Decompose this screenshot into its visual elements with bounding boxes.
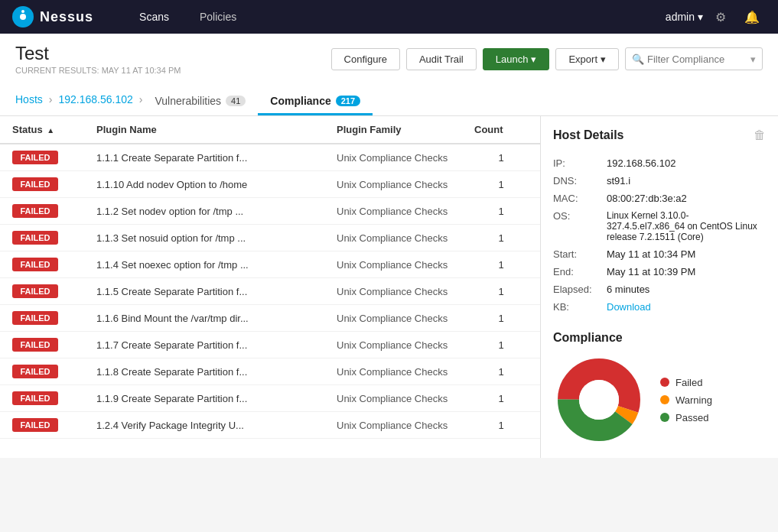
col-plugin-name[interactable]: Plugin Name <box>96 124 337 135</box>
status-badge: FAILED <box>12 391 58 405</box>
nav-links: Scans Policies <box>124 0 666 34</box>
row-count: 1 <box>474 259 528 271</box>
status-badge: FAILED <box>12 204 58 218</box>
compliance-table: Status ▲ Plugin Name Plugin Family Count… <box>0 116 541 458</box>
table-row[interactable]: FAILED 1.1.9 Create Separate Partition f… <box>0 385 540 412</box>
chart-legend: Failed Warning Passed <box>660 377 712 423</box>
row-plugin-name: 1.1.7 Create Separate Partition f... <box>96 339 337 351</box>
row-plugin-name: 1.1.10 Add nodev Option to /home <box>96 179 337 190</box>
legend-passed-dot <box>660 413 669 422</box>
filter-compliance-search[interactable]: 🔍 ▾ <box>625 47 763 70</box>
row-count: 1 <box>474 366 528 378</box>
audit-trail-button[interactable]: Audit Trail <box>406 48 477 70</box>
detail-row-os: OS: Linux Kernel 3.10.0-327.4.5.el7.x86_… <box>553 207 766 245</box>
row-plugin-family: Unix Compliance Checks <box>337 393 474 404</box>
row-count: 1 <box>474 286 528 297</box>
chart-area: Failed Warning Passed <box>553 354 766 446</box>
status-badge: FAILED <box>12 338 58 352</box>
row-plugin-name: 1.1.4 Set noexec option for /tmp ... <box>96 259 337 271</box>
svg-point-2 <box>21 10 24 13</box>
table-row[interactable]: FAILED 1.1.3 Set nosuid option for /tmp … <box>0 225 540 251</box>
tab-vulnerabilities[interactable]: Vulnerabilities 41 <box>142 89 258 115</box>
row-status: FAILED <box>12 418 96 432</box>
configure-button[interactable]: Configure <box>331 48 400 70</box>
row-plugin-family: Unix Compliance Checks <box>337 339 474 351</box>
detail-row-elapsed: Elapsed: 6 minutes <box>553 281 766 298</box>
row-count: 1 <box>474 152 528 164</box>
table-row[interactable]: FAILED 1.1.5 Create Separate Partition f… <box>0 278 540 305</box>
donut-chart <box>553 354 645 446</box>
detail-row-start: Start: May 11 at 10:34 PM <box>553 245 766 263</box>
row-plugin-name: 1.1.9 Create Separate Partition f... <box>96 393 337 404</box>
delete-icon[interactable]: 🗑 <box>754 128 766 142</box>
row-count: 1 <box>474 232 528 244</box>
table-row[interactable]: FAILED 1.1.10 Add nodev Option to /home … <box>0 171 540 198</box>
side-panel: Host Details 🗑 IP: 192.168.56.102 DNS: s… <box>541 116 778 458</box>
table-row[interactable]: FAILED 1.1.7 Create Separate Partition f… <box>0 332 540 358</box>
table-row[interactable]: FAILED 1.1.2 Set nodev option for /tmp .… <box>0 198 540 225</box>
nav-right: admin ▾ ⚙ 🔔 <box>666 7 766 28</box>
legend-failed: Failed <box>660 377 712 388</box>
row-status: FAILED <box>12 204 96 218</box>
legend-warning: Warning <box>660 394 712 406</box>
side-panel-header: Host Details 🗑 <box>553 128 766 142</box>
search-icon: 🔍 <box>632 54 644 65</box>
row-plugin-name: 1.1.6 Bind Mount the /var/tmp dir... <box>96 313 337 324</box>
nav-user[interactable]: admin ▾ <box>666 11 703 23</box>
row-status: FAILED <box>12 284 96 298</box>
status-badge: FAILED <box>12 311 58 325</box>
row-plugin-family: Unix Compliance Checks <box>337 152 474 164</box>
page-subtitle: CURRENT RESULTS: MAY 11 AT 10:34 PM <box>15 66 181 75</box>
svg-point-7 <box>579 380 619 420</box>
status-badge: FAILED <box>12 231 58 245</box>
row-plugin-family: Unix Compliance Checks <box>337 206 474 217</box>
export-chevron-icon: ▾ <box>601 54 606 65</box>
row-count: 1 <box>474 339 528 351</box>
row-count: 1 <box>474 393 528 404</box>
detail-row-dns: DNS: st91.i <box>553 172 766 190</box>
detail-row-ip: IP: 192.168.56.102 <box>553 154 766 172</box>
status-badge: FAILED <box>12 151 58 164</box>
row-plugin-name: 1.1.2 Set nodev option for /tmp ... <box>96 206 337 217</box>
logo: Nessus <box>12 6 93 28</box>
svg-point-1 <box>20 14 26 20</box>
settings-icon[interactable]: ⚙ <box>709 7 732 28</box>
nav-scans[interactable]: Scans <box>124 0 184 34</box>
row-plugin-name: 1.1.5 Create Separate Partition f... <box>96 286 337 297</box>
page-header-top: Test CURRENT RESULTS: MAY 11 AT 10:34 PM… <box>15 43 763 75</box>
filter-dropdown-icon[interactable]: ▾ <box>750 54 756 65</box>
table-row[interactable]: FAILED 1.1.8 Create Separate Partition f… <box>0 358 540 385</box>
table-row[interactable]: FAILED 1.1.1 Create Separate Partition f… <box>0 144 540 171</box>
breadcrumb-host-ip[interactable]: 192.168.56.102 <box>58 93 132 105</box>
table-row[interactable]: FAILED 1.1.4 Set noexec option for /tmp … <box>0 251 540 278</box>
export-button[interactable]: Export ▾ <box>555 48 619 70</box>
col-plugin-family[interactable]: Plugin Family <box>337 124 474 135</box>
chevron-down-icon: ▾ <box>698 11 703 23</box>
page-title: Test <box>15 43 181 64</box>
col-status[interactable]: Status ▲ <box>12 124 96 135</box>
legend-failed-dot <box>660 378 669 387</box>
row-count: 1 <box>474 206 528 217</box>
header-actions: Configure Audit Trail Launch ▾ Export ▾ … <box>331 47 763 70</box>
status-badge: FAILED <box>12 418 58 432</box>
top-navigation: Nessus Scans Policies admin ▾ ⚙ 🔔 <box>0 0 778 34</box>
nav-policies[interactable]: Policies <box>184 0 252 34</box>
row-plugin-name: 1.1.8 Create Separate Partition f... <box>96 366 337 378</box>
table-body: FAILED 1.1.1 Create Separate Partition f… <box>0 144 540 439</box>
tab-compliance[interactable]: Compliance 217 <box>258 89 373 115</box>
bell-icon[interactable]: 🔔 <box>738 7 766 28</box>
col-count[interactable]: Count <box>474 124 528 135</box>
row-plugin-family: Unix Compliance Checks <box>337 313 474 324</box>
breadcrumb: Hosts › 192.168.56.102 › <box>15 93 142 105</box>
table-row[interactable]: FAILED 1.1.6 Bind Mount the /var/tmp dir… <box>0 305 540 332</box>
vulnerabilities-badge: 41 <box>226 96 246 106</box>
download-link[interactable]: Download <box>607 301 651 313</box>
logo-text: Nessus <box>40 9 93 25</box>
breadcrumb-hosts[interactable]: Hosts <box>15 93 43 105</box>
filter-compliance-input[interactable] <box>647 54 747 65</box>
table-row[interactable]: FAILED 1.2.4 Verify Package Integrity U.… <box>0 412 540 439</box>
row-status: FAILED <box>12 177 96 191</box>
launch-button[interactable]: Launch ▾ <box>483 48 550 70</box>
row-count: 1 <box>474 313 528 324</box>
tabs: Vulnerabilities 41 Compliance 217 <box>142 89 373 115</box>
